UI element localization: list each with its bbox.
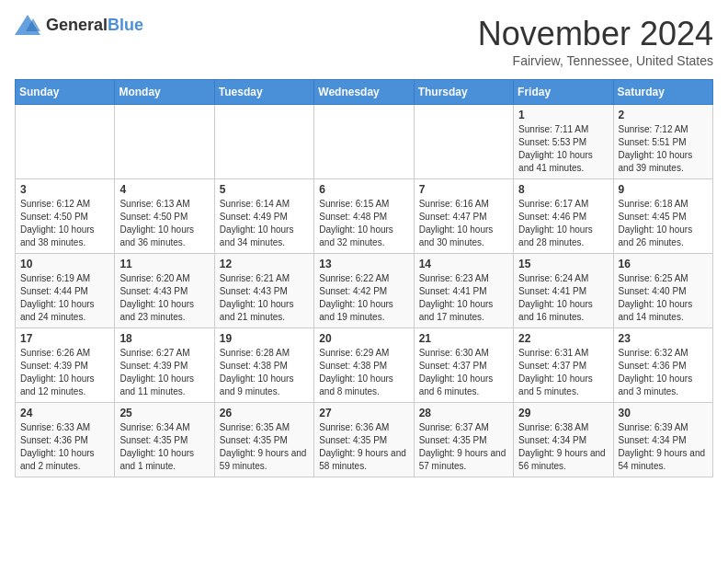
calendar-cell: 2Sunrise: 7:12 AM Sunset: 5:51 PM Daylig…	[613, 105, 712, 179]
calendar-cell: 11Sunrise: 6:20 AM Sunset: 4:43 PM Dayli…	[115, 254, 214, 328]
calendar-cell: 8Sunrise: 6:17 AM Sunset: 4:46 PM Daylig…	[514, 179, 613, 254]
calendar-cell: 14Sunrise: 6:23 AM Sunset: 4:41 PM Dayli…	[414, 254, 513, 328]
day-info: Sunrise: 6:22 AM Sunset: 4:42 PM Dayligh…	[319, 272, 408, 324]
calendar-week-row: 3Sunrise: 6:12 AM Sunset: 4:50 PM Daylig…	[16, 179, 713, 254]
day-info: Sunrise: 6:35 AM Sunset: 4:35 PM Dayligh…	[220, 421, 309, 473]
logo: GeneralBlue	[15, 15, 143, 35]
day-number: 21	[419, 332, 508, 345]
title-block: November 2024 Fairview, Tennessee, Unite…	[478, 15, 713, 68]
weekday-header-sunday: Sunday	[16, 80, 115, 105]
day-number: 29	[518, 407, 608, 419]
calendar-cell: 21Sunrise: 6:30 AM Sunset: 4:37 PM Dayli…	[414, 328, 513, 403]
calendar-cell	[115, 105, 214, 179]
day-number: 26	[220, 407, 309, 419]
day-number: 17	[20, 332, 109, 345]
calendar-cell: 12Sunrise: 6:21 AM Sunset: 4:43 PM Dayli…	[214, 254, 313, 328]
day-number: 13	[319, 258, 408, 270]
day-info: Sunrise: 6:20 AM Sunset: 4:43 PM Dayligh…	[119, 272, 209, 324]
day-number: 7	[419, 183, 508, 196]
calendar-table: SundayMondayTuesdayWednesdayThursdayFrid…	[15, 79, 713, 477]
day-info: Sunrise: 6:13 AM Sunset: 4:50 PM Dayligh…	[119, 198, 209, 249]
day-number: 2	[619, 109, 708, 121]
day-info: Sunrise: 6:27 AM Sunset: 4:39 PM Dayligh…	[119, 347, 209, 398]
page-header: GeneralBlue November 2024 Fairview, Tenn…	[15, 15, 713, 68]
calendar-week-row: 10Sunrise: 6:19 AM Sunset: 4:44 PM Dayli…	[16, 254, 713, 328]
day-info: Sunrise: 6:19 AM Sunset: 4:44 PM Dayligh…	[20, 272, 109, 324]
day-number: 22	[518, 332, 608, 345]
calendar-cell: 19Sunrise: 6:28 AM Sunset: 4:38 PM Dayli…	[214, 328, 313, 403]
day-info: Sunrise: 6:37 AM Sunset: 4:35 PM Dayligh…	[419, 421, 508, 473]
weekday-header-wednesday: Wednesday	[314, 80, 414, 105]
calendar-cell: 13Sunrise: 6:22 AM Sunset: 4:42 PM Dayli…	[314, 254, 414, 328]
calendar-cell: 29Sunrise: 6:38 AM Sunset: 4:34 PM Dayli…	[514, 403, 613, 477]
day-number: 8	[518, 183, 608, 196]
weekday-header-thursday: Thursday	[414, 80, 513, 105]
day-number: 10	[20, 258, 109, 270]
day-info: Sunrise: 6:26 AM Sunset: 4:39 PM Dayligh…	[20, 347, 109, 398]
day-number: 9	[619, 183, 708, 196]
day-number: 24	[20, 407, 109, 419]
day-number: 6	[319, 183, 408, 196]
day-number: 30	[619, 407, 708, 419]
day-number: 5	[220, 183, 309, 196]
calendar-cell: 5Sunrise: 6:14 AM Sunset: 4:49 PM Daylig…	[214, 179, 313, 254]
day-info: Sunrise: 7:12 AM Sunset: 5:51 PM Dayligh…	[619, 123, 708, 175]
calendar-cell: 4Sunrise: 6:13 AM Sunset: 4:50 PM Daylig…	[115, 179, 214, 254]
day-info: Sunrise: 6:32 AM Sunset: 4:36 PM Dayligh…	[619, 347, 708, 398]
calendar-cell: 24Sunrise: 6:33 AM Sunset: 4:36 PM Dayli…	[16, 403, 115, 477]
weekday-header-tuesday: Tuesday	[214, 80, 313, 105]
calendar-cell: 1Sunrise: 7:11 AM Sunset: 5:53 PM Daylig…	[514, 105, 613, 179]
day-info: Sunrise: 6:29 AM Sunset: 4:38 PM Dayligh…	[319, 347, 408, 398]
calendar-cell	[414, 105, 513, 179]
day-number: 25	[119, 407, 209, 419]
calendar-week-row: 17Sunrise: 6:26 AM Sunset: 4:39 PM Dayli…	[16, 328, 713, 403]
calendar-cell: 10Sunrise: 6:19 AM Sunset: 4:44 PM Dayli…	[16, 254, 115, 328]
day-info: Sunrise: 6:17 AM Sunset: 4:46 PM Dayligh…	[518, 198, 608, 249]
weekday-header-friday: Friday	[514, 80, 613, 105]
calendar-cell: 15Sunrise: 6:24 AM Sunset: 4:41 PM Dayli…	[514, 254, 613, 328]
calendar-cell: 3Sunrise: 6:12 AM Sunset: 4:50 PM Daylig…	[16, 179, 115, 254]
calendar-cell: 16Sunrise: 6:25 AM Sunset: 4:40 PM Dayli…	[613, 254, 712, 328]
day-info: Sunrise: 6:38 AM Sunset: 4:34 PM Dayligh…	[518, 421, 608, 473]
calendar-week-row: 1Sunrise: 7:11 AM Sunset: 5:53 PM Daylig…	[16, 105, 713, 179]
calendar-cell: 6Sunrise: 6:15 AM Sunset: 4:48 PM Daylig…	[314, 179, 414, 254]
calendar-cell: 7Sunrise: 6:16 AM Sunset: 4:47 PM Daylig…	[414, 179, 513, 254]
day-info: Sunrise: 6:33 AM Sunset: 4:36 PM Dayligh…	[20, 421, 109, 473]
day-number: 27	[319, 407, 408, 419]
day-info: Sunrise: 6:36 AM Sunset: 4:35 PM Dayligh…	[319, 421, 408, 473]
day-number: 18	[119, 332, 209, 345]
day-info: Sunrise: 6:34 AM Sunset: 4:35 PM Dayligh…	[119, 421, 209, 473]
calendar-cell: 17Sunrise: 6:26 AM Sunset: 4:39 PM Dayli…	[16, 328, 115, 403]
day-number: 12	[220, 258, 309, 270]
calendar-cell	[314, 105, 414, 179]
day-number: 19	[220, 332, 309, 345]
calendar-cell: 28Sunrise: 6:37 AM Sunset: 4:35 PM Dayli…	[414, 403, 513, 477]
calendar-cell: 9Sunrise: 6:18 AM Sunset: 4:45 PM Daylig…	[613, 179, 712, 254]
day-info: Sunrise: 6:39 AM Sunset: 4:34 PM Dayligh…	[619, 421, 708, 473]
day-number: 1	[518, 109, 608, 121]
day-number: 23	[619, 332, 708, 345]
day-info: Sunrise: 6:31 AM Sunset: 4:37 PM Dayligh…	[518, 347, 608, 398]
day-info: Sunrise: 6:21 AM Sunset: 4:43 PM Dayligh…	[220, 272, 309, 324]
day-number: 15	[518, 258, 608, 270]
day-number: 20	[319, 332, 408, 345]
day-info: Sunrise: 6:12 AM Sunset: 4:50 PM Dayligh…	[20, 198, 109, 249]
calendar-week-row: 24Sunrise: 6:33 AM Sunset: 4:36 PM Dayli…	[16, 403, 713, 477]
day-info: Sunrise: 6:30 AM Sunset: 4:37 PM Dayligh…	[419, 347, 508, 398]
month-title: November 2024	[478, 15, 713, 53]
logo-text: GeneralBlue	[46, 16, 143, 35]
day-number: 4	[119, 183, 209, 196]
location: Fairview, Tennessee, United States	[478, 53, 713, 68]
day-number: 14	[419, 258, 508, 270]
day-number: 28	[419, 407, 508, 419]
day-number: 11	[119, 258, 209, 270]
calendar-cell: 30Sunrise: 6:39 AM Sunset: 4:34 PM Dayli…	[613, 403, 712, 477]
day-info: Sunrise: 6:14 AM Sunset: 4:49 PM Dayligh…	[220, 198, 309, 249]
day-info: Sunrise: 6:18 AM Sunset: 4:45 PM Dayligh…	[619, 198, 708, 249]
day-number: 3	[20, 183, 109, 196]
calendar-cell: 27Sunrise: 6:36 AM Sunset: 4:35 PM Dayli…	[314, 403, 414, 477]
day-info: Sunrise: 6:24 AM Sunset: 4:41 PM Dayligh…	[518, 272, 608, 324]
calendar-cell: 23Sunrise: 6:32 AM Sunset: 4:36 PM Dayli…	[613, 328, 712, 403]
day-info: Sunrise: 6:15 AM Sunset: 4:48 PM Dayligh…	[319, 198, 408, 249]
calendar-cell: 22Sunrise: 6:31 AM Sunset: 4:37 PM Dayli…	[514, 328, 613, 403]
